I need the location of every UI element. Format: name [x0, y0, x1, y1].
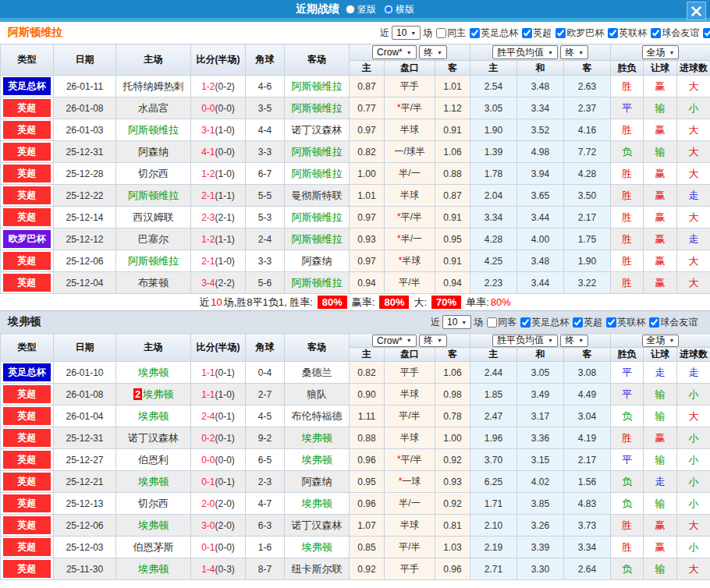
- odds-home: 0.97: [350, 119, 385, 141]
- away-team-label: 纽卡斯尔联: [292, 563, 343, 575]
- checkbox-icon[interactable]: [649, 317, 659, 328]
- avg-type-select[interactable]: 胜平负均值▼: [492, 45, 558, 59]
- home-team-label: 阿斯顿维拉: [128, 124, 179, 136]
- layout-radio-vertical[interactable]: 竖版: [346, 3, 376, 16]
- match-date: 26-01-08: [54, 97, 116, 119]
- corners: 0-4: [246, 362, 285, 384]
- result-outcome: 胜: [611, 537, 644, 558]
- result-goals: 走: [677, 228, 710, 250]
- filter-controls: 近10▼场同主英足总杯英超欧罗巴杯英联杯球会友谊欧冠杯: [380, 26, 710, 40]
- avg-draw: 3.36: [517, 427, 564, 449]
- single-rate-value: 80%: [491, 296, 511, 308]
- checkbox-icon[interactable]: [573, 317, 583, 328]
- fulltime-score: 0-0: [201, 103, 215, 114]
- league-tag: 英超: [1, 250, 54, 272]
- avg-final-select[interactable]: 终▼: [560, 335, 588, 347]
- avg-away: 3.34: [564, 537, 611, 558]
- avg-type-select[interactable]: 胜平负均值▼: [492, 335, 558, 347]
- avg-away: 2.63: [564, 76, 611, 97]
- odds-away: 0.91: [435, 207, 470, 228]
- league-checkbox[interactable]: 球会友谊: [649, 27, 699, 40]
- same-venue-checkbox[interactable]: 同客: [485, 316, 517, 329]
- checkbox-icon[interactable]: [703, 28, 710, 38]
- same-venue-checkbox[interactable]: 同主: [435, 27, 466, 40]
- odds-home: 0.77: [350, 97, 385, 119]
- checkbox-icon[interactable]: [470, 28, 480, 38]
- result-handicap: 输: [644, 558, 677, 580]
- checkbox-icon[interactable]: [651, 28, 661, 38]
- match-count-select[interactable]: 10▼: [392, 26, 421, 40]
- home-team-label: 水晶宫: [138, 102, 169, 114]
- near-label: 近: [380, 27, 389, 40]
- close-button[interactable]: [687, 2, 706, 20]
- halftime-score: (2-2): [215, 278, 235, 289]
- score: 2-0(2-0): [191, 493, 246, 515]
- result-handicap: 走: [644, 471, 677, 493]
- odds-away: 0.87: [435, 185, 470, 207]
- halftime-score: (2-0): [215, 520, 235, 531]
- avg-final-select[interactable]: 终▼: [560, 45, 588, 59]
- summary-detail: 场,胜8平1负1, 胜率:: [224, 296, 313, 310]
- bookmaker-select[interactable]: Crow*▼: [372, 335, 417, 347]
- radio-icon[interactable]: [346, 5, 355, 14]
- match-row: 欧罗巴杯25-12-12巴塞尔1-2(1-1)2-4阿斯顿维拉0.93*半/一0…: [1, 228, 710, 250]
- league-tag-label: 英超: [3, 186, 51, 204]
- avg-away: 4.19: [564, 427, 611, 449]
- checkbox-icon[interactable]: [436, 28, 446, 38]
- home-team: 伯恩茅斯: [116, 537, 191, 558]
- summary-count: 10: [211, 296, 222, 308]
- checkbox-icon[interactable]: [522, 28, 532, 38]
- match-row: 英超25-12-04布莱顿3-4(2-2)5-6阿斯顿维拉0.94平/半0.94…: [1, 272, 710, 294]
- home-team-label: 埃弗顿: [138, 367, 169, 378]
- fulltime-score: 2-0: [201, 498, 215, 509]
- col-home: 主场: [116, 334, 191, 362]
- odds-final-select[interactable]: 终▼: [419, 335, 447, 347]
- league-tag: 英超: [1, 449, 54, 471]
- result-goals: 小: [677, 471, 710, 493]
- league-checkbox[interactable]: 英联杯: [606, 27, 647, 40]
- odds-home: 0.82: [350, 141, 385, 163]
- league-tag: 英超: [1, 471, 54, 493]
- avg-draw: 3.34: [517, 97, 564, 119]
- result-goals: 大: [677, 141, 710, 163]
- chevron-down-icon: ▼: [578, 50, 584, 55]
- handicap: 平/半: [385, 272, 435, 294]
- star-icon: *: [399, 255, 403, 266]
- match-date: 25-12-28: [54, 163, 116, 185]
- checkbox-icon[interactable]: [520, 317, 531, 328]
- match-count-select[interactable]: 10▼: [442, 315, 471, 329]
- league-checkbox[interactable]: 英联杯: [605, 316, 645, 329]
- result-goals: 大: [677, 515, 710, 537]
- away-team-label: 狼队: [307, 388, 327, 400]
- checkbox-icon[interactable]: [487, 317, 497, 328]
- checkbox-icon[interactable]: [606, 317, 616, 328]
- league-checkbox[interactable]: 英足总杯: [519, 316, 569, 329]
- league-checkbox[interactable]: 欧罗巴杯: [554, 27, 604, 40]
- layout-radio-horizontal[interactable]: 横版: [384, 3, 414, 16]
- league-tag-label: 英超: [3, 538, 51, 556]
- scope-select[interactable]: 全场▼: [642, 45, 680, 59]
- scope-select[interactable]: 全场▼: [642, 335, 680, 347]
- checkbox-icon[interactable]: [556, 28, 566, 38]
- league-checkbox[interactable]: 球会友谊: [648, 316, 698, 329]
- odds-final-select[interactable]: 终▼: [419, 45, 447, 59]
- result-handicap: 输: [644, 449, 677, 471]
- result-goals: 小: [677, 537, 710, 558]
- radio-icon[interactable]: [384, 5, 393, 14]
- result-goals: 大: [677, 76, 710, 97]
- bookmaker-select[interactable]: Crow*▼: [372, 45, 417, 59]
- league-checkbox[interactable]: 英超: [571, 316, 602, 329]
- halftime-score: (0-3): [215, 564, 235, 575]
- league-checkbox[interactable]: 英超: [520, 27, 552, 40]
- league-tag-label: 英超: [3, 516, 51, 534]
- league-tag-label: 英超: [3, 143, 51, 161]
- checkbox-icon[interactable]: [608, 28, 618, 38]
- fulltime-score: 2-4: [201, 411, 215, 422]
- avg-draw: 3.49: [517, 384, 564, 406]
- halftime-score: (1-0): [215, 168, 235, 179]
- avg-away: 3.22: [564, 272, 611, 294]
- avg-away: 4.83: [564, 493, 611, 515]
- odds-away: 0.81: [435, 515, 470, 537]
- league-checkbox[interactable]: 英足总杯: [468, 27, 518, 40]
- league-checkbox[interactable]: 欧冠杯: [701, 27, 710, 40]
